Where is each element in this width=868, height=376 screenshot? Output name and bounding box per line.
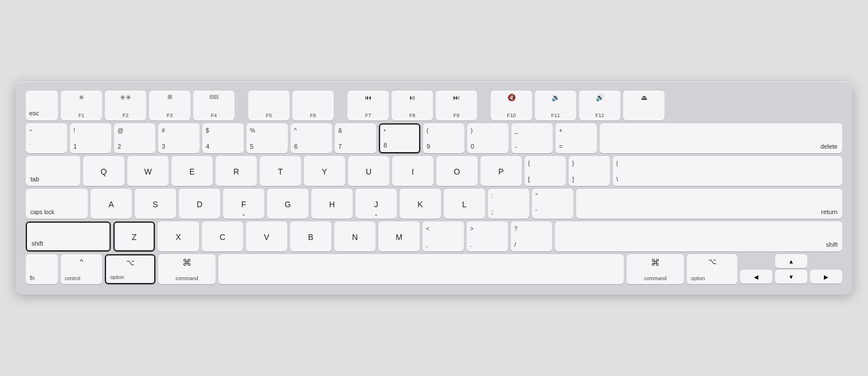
key-1[interactable]: ! 1 — [70, 123, 111, 153]
key-command-left[interactable]: ⌘ command — [158, 254, 216, 284]
key-f2[interactable]: ✳︎✳︎ F2 — [105, 91, 146, 121]
key-comma[interactable]: < , — [423, 222, 464, 251]
key-fn[interactable]: fn — [26, 254, 58, 284]
key-j[interactable]: J — [355, 189, 397, 219]
key-s[interactable]: S — [135, 189, 176, 219]
key-rbracket[interactable]: } ] — [569, 156, 610, 186]
q-label: Q — [101, 167, 107, 176]
p-label: P — [498, 167, 503, 176]
key-r[interactable]: R — [216, 156, 257, 186]
m-label: M — [396, 232, 402, 242]
key-i[interactable]: I — [392, 156, 433, 186]
lbracket-bot: [ — [528, 176, 530, 183]
key-z[interactable]: Z — [114, 222, 155, 251]
key-h[interactable]: H — [311, 189, 353, 219]
key-k[interactable]: K — [400, 189, 441, 219]
key-f3[interactable]: ⊞ F3 — [149, 91, 190, 121]
key-d[interactable]: D — [179, 189, 220, 219]
key-l[interactable]: L — [444, 189, 485, 219]
key-f8[interactable]: ⏯ F8 — [392, 91, 433, 121]
key-9[interactable]: ( 9 — [423, 123, 464, 153]
key-x[interactable]: X — [158, 222, 199, 251]
key-7[interactable]: & 7 — [335, 123, 376, 153]
key-arrow-right[interactable]: ▶ — [810, 270, 842, 284]
arrow-cluster: ▲ ◀ ▼ ▶ — [740, 254, 842, 284]
key-f5[interactable]: F5 — [248, 91, 290, 121]
s-label: S — [153, 200, 158, 209]
key-u[interactable]: U — [348, 156, 389, 186]
key-f1[interactable]: ✳︎ F1 — [61, 91, 102, 121]
f11-icon: 🔉 — [552, 94, 560, 102]
key-f6[interactable]: F6 — [292, 91, 334, 121]
key-capslock[interactable]: caps lock — [26, 189, 88, 219]
key-f4[interactable]: ⊟⊟ F4 — [193, 91, 234, 121]
arrow-top-row: ▲ — [740, 254, 842, 268]
key5-top: % — [250, 127, 255, 134]
key-eject[interactable]: ⏏ — [623, 91, 664, 121]
key-arrow-down[interactable]: ▼ — [775, 270, 807, 284]
key-c[interactable]: C — [202, 222, 243, 251]
e-label: E — [189, 167, 194, 176]
key-arrow-up[interactable]: ▲ — [775, 254, 807, 268]
key-e[interactable]: E — [171, 156, 213, 186]
key-w[interactable]: W — [127, 156, 169, 186]
key-lbracket[interactable]: { [ — [525, 156, 566, 186]
key-quote[interactable]: " ' — [532, 189, 573, 219]
key-p[interactable]: P — [480, 156, 522, 186]
key-f10[interactable]: 🔇 F10 — [491, 91, 532, 121]
key-f11[interactable]: 🔉 F11 — [535, 91, 576, 121]
key-3[interactable]: # 3 — [158, 123, 200, 153]
key-equals[interactable]: + = — [556, 123, 597, 153]
key-minus[interactable]: _ - — [511, 123, 553, 153]
o-label: O — [454, 167, 460, 176]
key-slash[interactable]: ? / — [511, 222, 552, 251]
key-return[interactable]: return — [576, 189, 842, 219]
minus-bot: - — [515, 143, 517, 150]
key-m[interactable]: M — [378, 222, 420, 251]
key-arrow-left[interactable]: ◀ — [740, 270, 772, 284]
key-esc[interactable]: esc — [26, 91, 58, 121]
key-tab[interactable]: tab — [26, 156, 80, 186]
key-y[interactable]: Y — [304, 156, 345, 186]
key-o[interactable]: O — [436, 156, 478, 186]
quote-bot: ' — [535, 208, 537, 215]
key-t[interactable]: T — [260, 156, 301, 186]
key-4[interactable]: $ 4 — [202, 123, 244, 153]
key-command-right[interactable]: ⌘ command — [627, 254, 684, 284]
key-option-right[interactable]: ⌥ option — [687, 254, 737, 284]
key9-bot: 9 — [427, 143, 430, 150]
key-f7[interactable]: ⏮ F7 — [347, 91, 389, 121]
key-semicolon[interactable]: : ; — [488, 189, 529, 219]
function-key-row: esc ✳︎ F1 ✳︎✳︎ F2 ⊞ F3 ⊟⊟ F4 F5 F6 — [26, 91, 842, 121]
key-2[interactable]: @ 2 — [114, 123, 155, 153]
f2-icon: ✳︎✳︎ — [120, 94, 131, 102]
key-v[interactable]: V — [246, 222, 287, 251]
key-shift-left[interactable]: shift — [26, 222, 111, 251]
key-b[interactable]: B — [290, 222, 331, 251]
f3-icon: ⊞ — [167, 94, 172, 100]
key-g[interactable]: G — [267, 189, 308, 219]
quote-top: " — [535, 193, 538, 199]
key-control[interactable]: ^ control — [61, 254, 102, 284]
semicolon-top: : — [491, 193, 493, 199]
key-period[interactable]: > . — [467, 222, 508, 251]
key-space[interactable] — [218, 254, 624, 284]
key-0[interactable]: ) 0 — [467, 123, 509, 153]
v-label: V — [264, 232, 269, 242]
command-left-label: command — [175, 276, 198, 281]
key-option-left[interactable]: ⌥ option — [105, 254, 155, 284]
key-delete[interactable]: delete — [600, 123, 842, 153]
key-f[interactable]: F — [223, 189, 264, 219]
key-5[interactable]: % 5 — [247, 123, 288, 153]
key-q[interactable]: Q — [83, 156, 124, 186]
key-8[interactable]: * 8 — [379, 123, 420, 153]
key-shift-right[interactable]: shift — [555, 222, 842, 251]
key-backslash[interactable]: | \ — [613, 156, 842, 186]
key-a[interactable]: A — [91, 189, 132, 219]
key-f12[interactable]: 🔊 F12 — [579, 91, 620, 121]
key-6[interactable]: ^ 6 — [291, 123, 332, 153]
key-n[interactable]: N — [334, 222, 376, 251]
key-f9[interactable]: ⏭ F9 — [436, 91, 477, 121]
delete-label: delete — [820, 143, 838, 150]
key-backtick[interactable]: ~ ` — [26, 123, 67, 153]
